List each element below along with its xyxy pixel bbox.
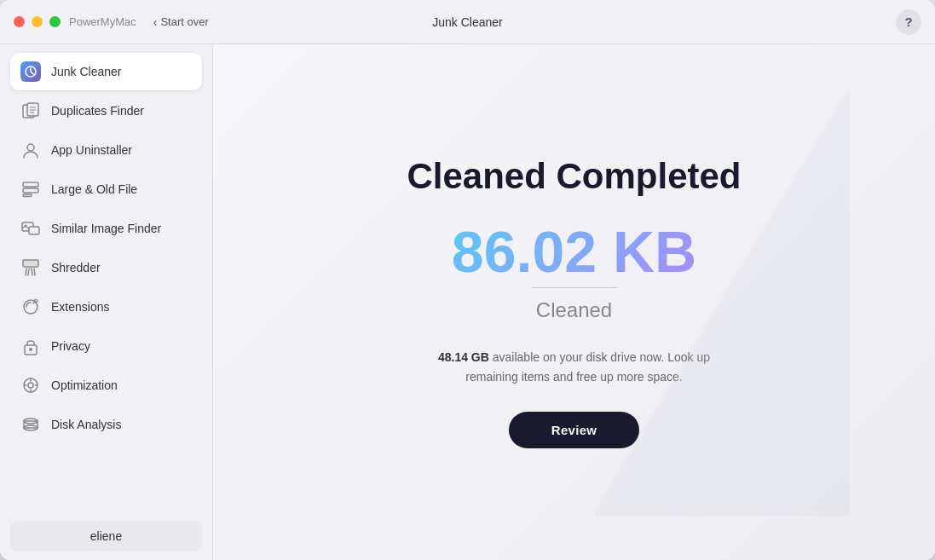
svg-rect-30	[24, 421, 38, 428]
maximize-button[interactable]	[49, 16, 61, 27]
sidebar-item-disk-analysis[interactable]: Disk Analysis	[10, 406, 202, 443]
extensions-icon	[20, 297, 41, 317]
title-bar: PowerMyMac ‹ Start over Junk Cleaner ?	[0, 0, 935, 44]
completed-title: Cleaned Completed	[407, 156, 741, 197]
svg-rect-9	[23, 194, 32, 197]
sidebar-item-label: Extensions	[51, 300, 109, 314]
svg-rect-12	[29, 227, 39, 234]
minimize-button[interactable]	[32, 16, 43, 27]
privacy-icon	[20, 336, 41, 356]
sidebar-item-label: Optimization	[51, 378, 118, 392]
app-uninstaller-icon	[20, 140, 41, 160]
disk-info: 48.14 GB available on your disk drive no…	[430, 348, 719, 386]
svg-line-15	[26, 268, 26, 275]
sidebar-item-label: Disk Analysis	[51, 418, 121, 431]
start-over-button[interactable]: ‹ Start over	[153, 15, 209, 29]
sidebar-item-shredder[interactable]: Shredder	[10, 249, 202, 286]
sidebar-item-app-uninstaller[interactable]: App Uninstaller	[10, 131, 202, 169]
app-window: PowerMyMac ‹ Start over Junk Cleaner ? J…	[0, 0, 935, 560]
sidebar-item-extensions[interactable]: Extensions	[10, 288, 202, 326]
disk-description: available on your disk drive now. Look u…	[465, 350, 710, 383]
sidebar-item-label: App Uninstaller	[51, 143, 132, 157]
sidebar: Junk Cleaner Duplicates Finder	[0, 44, 213, 560]
svg-rect-7	[23, 182, 38, 187]
main-content: Junk Cleaner Duplicates Finder	[0, 44, 935, 560]
svg-point-32	[27, 427, 29, 429]
chevron-left-icon: ‹	[153, 15, 158, 29]
user-profile[interactable]: eliene	[10, 521, 202, 551]
app-name: PowerMyMac	[69, 15, 136, 28]
shredder-icon	[20, 257, 41, 278]
sidebar-item-optimization[interactable]: Optimization	[10, 367, 202, 404]
help-button[interactable]: ?	[896, 9, 921, 35]
sidebar-item-duplicates-finder[interactable]: Duplicates Finder	[10, 92, 202, 130]
content-area: Cleaned Completed 86.02 KB Cleaned 48.14…	[213, 44, 935, 560]
sidebar-item-label: Similar Image Finder	[51, 222, 161, 235]
svg-line-17	[32, 268, 32, 275]
disk-space: 48.14 GB	[438, 350, 489, 364]
start-over-label: Start over	[160, 15, 208, 28]
disk-analysis-icon	[20, 414, 41, 435]
sidebar-item-label: Large & Old File	[51, 182, 137, 196]
sidebar-item-label: Shredder	[51, 261, 101, 274]
cleaned-amount: 86.02 KB	[452, 222, 696, 280]
sidebar-item-junk-cleaner[interactable]: Junk Cleaner	[10, 53, 202, 90]
sidebar-item-similar-image-finder[interactable]: Similar Image Finder	[10, 210, 202, 247]
svg-line-16	[28, 268, 29, 275]
divider	[532, 287, 617, 288]
review-button[interactable]: Review	[509, 412, 640, 448]
svg-line-18	[34, 268, 35, 275]
svg-point-24	[28, 383, 33, 388]
cleaned-label: Cleaned	[536, 298, 612, 322]
duplicates-finder-icon	[20, 101, 41, 121]
svg-rect-14	[24, 261, 38, 266]
traffic-lights	[14, 16, 61, 27]
sidebar-item-large-old-file[interactable]: Large & Old File	[10, 170, 202, 208]
svg-rect-8	[23, 188, 38, 193]
optimization-icon	[20, 375, 41, 395]
sidebar-item-label: Junk Cleaner	[51, 65, 122, 78]
sidebar-item-label: Duplicates Finder	[51, 104, 144, 118]
sidebar-item-label: Privacy	[51, 339, 90, 353]
close-button[interactable]	[14, 16, 25, 27]
sidebar-bottom: eliene	[10, 521, 202, 551]
username: eliene	[90, 529, 122, 543]
svg-point-22	[29, 348, 32, 351]
junk-cleaner-icon	[20, 61, 41, 82]
large-old-file-icon	[20, 179, 41, 199]
sidebar-item-privacy[interactable]: Privacy	[10, 327, 202, 365]
similar-image-finder-icon	[20, 218, 41, 239]
window-title: Junk Cleaner	[432, 15, 503, 29]
svg-point-6	[27, 144, 34, 151]
